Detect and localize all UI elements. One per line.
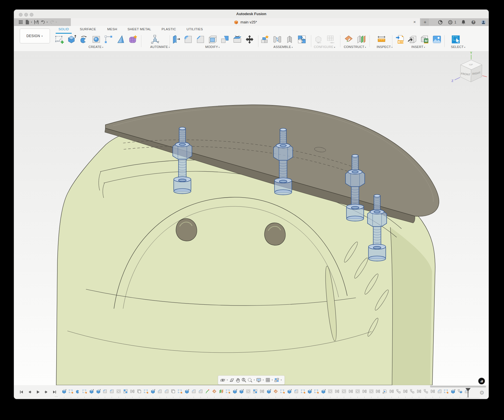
timeline-feature-extrude[interactable] bbox=[321, 389, 326, 394]
grid-display-icon[interactable] bbox=[265, 377, 270, 383]
timeline-feature-box[interactable] bbox=[171, 389, 176, 394]
chevron-down-icon[interactable]: ▾ bbox=[31, 21, 32, 23]
undo-icon[interactable] bbox=[40, 19, 46, 25]
timeline-scrollbar[interactable] bbox=[430, 386, 486, 387]
group-label-construct[interactable]: CONSTRUCT ▾ bbox=[344, 45, 367, 49]
timeline-feature-sketch[interactable] bbox=[301, 389, 306, 394]
combine-icon[interactable] bbox=[220, 35, 230, 44]
timeline-feature-fillet[interactable] bbox=[294, 389, 299, 394]
timeline-feature-sketch[interactable] bbox=[226, 389, 230, 394]
configuration-icon[interactable] bbox=[314, 35, 324, 44]
insert-mcmaster-icon[interactable] bbox=[420, 35, 429, 44]
rectangular-pattern-icon[interactable] bbox=[104, 35, 113, 44]
ribbon-tab-sheet-metal[interactable]: SHEET METAL bbox=[127, 27, 151, 31]
move-copy-icon[interactable] bbox=[245, 35, 254, 44]
timeline-feature-joint[interactable] bbox=[260, 389, 264, 394]
automate-icon[interactable] bbox=[150, 35, 160, 44]
timeline-feature-oval[interactable] bbox=[369, 389, 374, 394]
play-button[interactable] bbox=[36, 390, 40, 394]
timeline-feature-sketch[interactable] bbox=[178, 389, 182, 394]
timeline-feature-sketch[interactable] bbox=[144, 389, 148, 394]
job-status-icon[interactable] bbox=[447, 19, 453, 25]
press-pull-icon[interactable] bbox=[171, 35, 181, 44]
timeline-feature-plane-orange[interactable] bbox=[212, 389, 217, 394]
create-sketch-icon[interactable] bbox=[55, 35, 64, 44]
hole-icon[interactable] bbox=[91, 35, 101, 44]
timeline-feature-move-copy[interactable] bbox=[457, 389, 462, 394]
view-cube[interactable]: Y X Z TOP FRONT RIGHT bbox=[451, 51, 489, 83]
chevron-down-icon[interactable]: ▾ bbox=[56, 21, 57, 23]
notifications-icon[interactable] bbox=[461, 19, 466, 25]
joint-icon[interactable] bbox=[272, 35, 282, 44]
timeline-feature-joint[interactable] bbox=[335, 389, 340, 394]
group-label-automate[interactable]: AUTOMATE ▾ bbox=[150, 45, 170, 49]
loft-icon[interactable] bbox=[116, 35, 126, 44]
timeline-feature-oval[interactable] bbox=[328, 389, 333, 394]
new-tab-button[interactable]: + bbox=[421, 19, 429, 26]
timeline-feature-extrude[interactable] bbox=[89, 389, 94, 394]
timeline-feature-pattern[interactable] bbox=[123, 389, 128, 394]
timeline-feature-comp-plus[interactable] bbox=[382, 389, 387, 394]
timeline-feature-oval[interactable] bbox=[342, 389, 346, 394]
timeline-feature-sketch[interactable] bbox=[69, 389, 73, 394]
timeline-feature-chamfer[interactable] bbox=[198, 389, 203, 394]
group-label-configure[interactable]: CONFIGURE ▾ bbox=[314, 45, 336, 49]
save-icon[interactable] bbox=[34, 19, 39, 25]
file-new-icon[interactable] bbox=[25, 19, 30, 25]
ribbon-tab-utilities[interactable]: UTILITIES bbox=[186, 27, 203, 31]
assistant-button[interactable]: a bbox=[478, 378, 485, 384]
group-label-insert[interactable]: INSERT ▾ bbox=[395, 45, 442, 49]
timeline-feature-copy[interactable] bbox=[410, 389, 415, 394]
help-icon[interactable] bbox=[471, 19, 476, 25]
timeline-feature-revolve[interactable] bbox=[75, 389, 80, 394]
orbit-icon[interactable] bbox=[220, 377, 225, 383]
timeline-feature-extrude[interactable] bbox=[96, 389, 101, 394]
timeline-feature-chamfer[interactable] bbox=[191, 389, 196, 394]
app-grid-icon[interactable] bbox=[18, 19, 23, 25]
tab-close-button[interactable]: × bbox=[412, 19, 417, 25]
offset-plane-icon[interactable] bbox=[356, 35, 366, 44]
extrude-icon[interactable] bbox=[67, 35, 77, 44]
fit-icon[interactable] bbox=[247, 377, 252, 383]
timeline-feature-sketch[interactable] bbox=[444, 389, 449, 394]
create-form-icon[interactable] bbox=[128, 35, 138, 44]
group-label-create[interactable]: CREATE ▾ bbox=[55, 45, 138, 49]
timeline-settings-gear-icon[interactable]: ⚙ bbox=[479, 389, 484, 396]
timeline-feature-fillet[interactable] bbox=[109, 389, 114, 394]
step-forward-button[interactable] bbox=[44, 390, 49, 394]
timeline-feature-extrude[interactable] bbox=[287, 389, 292, 394]
timeline-feature-joint[interactable] bbox=[430, 389, 435, 394]
timeline-feature-joint[interactable] bbox=[130, 389, 135, 394]
timeline-feature-chamfer[interactable] bbox=[437, 389, 442, 394]
chevron-down-icon[interactable]: ▾ bbox=[47, 21, 48, 23]
fillet-icon[interactable] bbox=[183, 35, 193, 44]
new-component-icon[interactable] bbox=[260, 35, 270, 44]
timeline-feature-oval[interactable] bbox=[116, 389, 121, 394]
insert-derive-icon[interactable] bbox=[407, 35, 417, 44]
timeline-feature-extrude[interactable] bbox=[62, 389, 67, 394]
construction-plane-icon[interactable] bbox=[344, 35, 354, 44]
timeline-feature-oval[interactable] bbox=[246, 389, 251, 394]
zoom-icon[interactable] bbox=[241, 377, 246, 383]
revolve-icon[interactable] bbox=[79, 35, 89, 44]
ribbon-tab-plastic[interactable]: PLASTIC bbox=[162, 27, 176, 31]
chevron-down-icon[interactable]: ▾ bbox=[263, 379, 264, 381]
timeline-feature-fillet[interactable] bbox=[103, 389, 107, 394]
timeline-feature-box[interactable] bbox=[137, 389, 142, 394]
timeline-feature-sketch[interactable] bbox=[82, 389, 87, 394]
step-back-button[interactable] bbox=[27, 390, 32, 394]
chevron-down-icon[interactable]: ▾ bbox=[227, 379, 228, 381]
timeline-feature-joint[interactable] bbox=[376, 389, 380, 394]
chevron-down-icon[interactable]: ▾ bbox=[281, 379, 282, 381]
timeline-feature-plane-orange[interactable] bbox=[273, 389, 278, 394]
measure-icon[interactable] bbox=[377, 35, 386, 44]
timeline-feature-sketch[interactable] bbox=[280, 389, 285, 394]
timeline-feature-joint[interactable] bbox=[389, 389, 394, 394]
timeline-feature-sketch[interactable] bbox=[314, 389, 319, 394]
timeline-feature-joint[interactable] bbox=[417, 389, 421, 394]
timeline-feature-extrude[interactable] bbox=[266, 389, 271, 394]
chamfer-icon[interactable] bbox=[196, 35, 205, 44]
go-to-start-button[interactable] bbox=[19, 390, 24, 394]
timeline-feature-copy[interactable] bbox=[423, 389, 428, 394]
cad-model[interactable]: Y X Z TOP FRONT RIGHT bbox=[14, 51, 489, 385]
